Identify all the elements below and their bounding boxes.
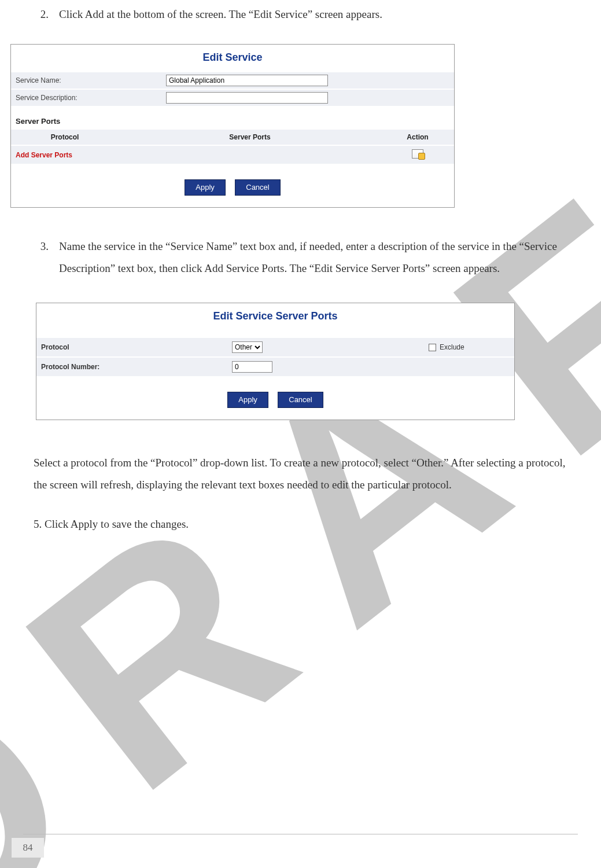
protocol-row: Protocol Other Exclude <box>36 337 514 357</box>
exclude-label: Exclude <box>440 343 464 351</box>
column-action: Action <box>386 133 449 141</box>
edit-service-server-ports-title: Edit Service Server Ports <box>36 303 514 330</box>
edit-service-title: Edit Service <box>11 45 454 72</box>
protocol-number-input[interactable] <box>232 361 272 373</box>
protocol-number-label: Protocol Number: <box>41 363 232 371</box>
add-server-ports-row: Add Server Ports <box>11 145 454 164</box>
step-3-number: 3. <box>34 236 49 279</box>
service-description-label: Service Description: <box>16 94 166 102</box>
protocol-select[interactable]: Other <box>232 341 263 353</box>
cancel-button[interactable]: Cancel <box>235 179 280 196</box>
cancel-button-2[interactable]: Cancel <box>278 392 323 408</box>
step-2-text: Click Add at the bottom of the screen. T… <box>59 3 567 25</box>
step-2: 2. Click Add at the bottom of the screen… <box>34 3 567 25</box>
edit-service-button-row: Apply Cancel <box>11 164 454 207</box>
service-name-label: Service Name: <box>16 76 166 84</box>
column-protocol: Protocol <box>16 133 114 141</box>
protocol-label: Protocol <box>41 343 232 351</box>
page-number: 84 <box>12 838 44 858</box>
service-description-input[interactable] <box>166 92 328 104</box>
step-3: 3. Name the service in the “Service Name… <box>34 236 567 279</box>
protocol-paragraph: Select a protocol from the “Protocol” dr… <box>34 452 567 496</box>
add-server-ports-link[interactable]: Add Server Ports <box>16 151 114 159</box>
server-ports-header-row: Protocol Server Ports Action <box>11 129 454 145</box>
service-name-input[interactable] <box>166 75 328 86</box>
step-2-number: 2. <box>34 3 49 25</box>
footer-rule <box>23 834 578 834</box>
service-description-row: Service Description: <box>11 89 454 106</box>
column-server-ports: Server Ports <box>114 133 386 141</box>
add-icon[interactable] <box>412 149 423 159</box>
exclude-checkbox[interactable] <box>429 344 436 351</box>
step-5: 5. Click Apply to save the changes. <box>34 513 567 535</box>
edit-service-server-ports-panel: Edit Service Server Ports Protocol Other… <box>36 303 515 420</box>
protocol-number-row: Protocol Number: <box>36 357 514 377</box>
edit-service-panel: Edit Service Service Name: Service Descr… <box>10 44 455 208</box>
service-name-row: Service Name: <box>11 72 454 89</box>
step-3-text: Name the service in the “Service Name” t… <box>59 236 567 279</box>
server-ports-button-row: Apply Cancel <box>36 377 514 420</box>
server-ports-heading: Server Ports <box>11 106 454 129</box>
apply-button[interactable]: Apply <box>185 179 226 196</box>
apply-button-2[interactable]: Apply <box>227 392 268 408</box>
